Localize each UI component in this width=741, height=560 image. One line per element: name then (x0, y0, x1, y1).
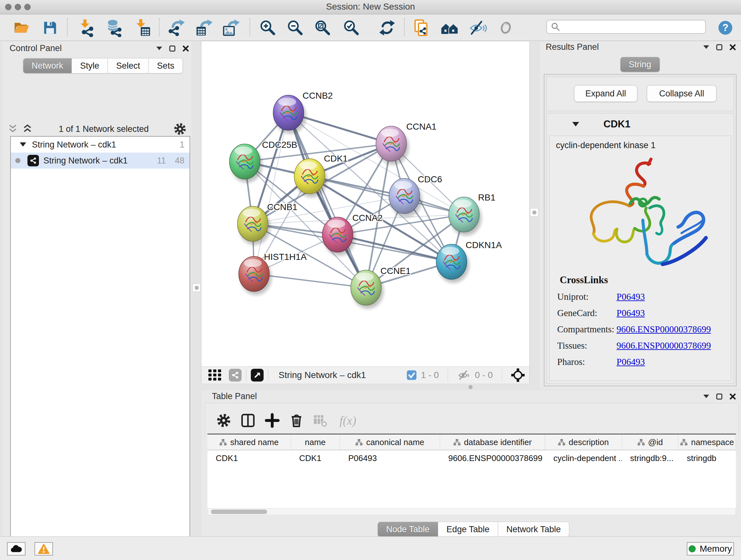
selected-counts: 1 - 0 (421, 370, 439, 380)
collapse-all-icon[interactable] (8, 124, 19, 134)
network-graph[interactable]: CCNB2CCNA1CDC25BCDK1CDC6RB1CCNB1CCNA2CDK… (201, 41, 529, 367)
panel-float-icon[interactable] (716, 44, 723, 51)
svg-text:RB1: RB1 (478, 192, 495, 202)
column-header[interactable]: namespace (678, 435, 736, 450)
zoom-in-icon[interactable] (258, 18, 278, 38)
svg-text:CCNB2: CCNB2 (302, 91, 333, 101)
export-image-icon[interactable] (221, 18, 241, 38)
clone-network-icon[interactable] (412, 18, 431, 38)
memory-button[interactable]: Memory (687, 542, 734, 556)
tab-string[interactable]: String (620, 57, 660, 72)
crosslinks-title: CrossLinks (560, 274, 731, 286)
zoom-selected-icon[interactable] (341, 18, 361, 38)
crosslink-link[interactable]: 9606.ENSP00000378699 (616, 340, 711, 351)
column-header[interactable]: description (545, 435, 622, 450)
show-columns-icon[interactable] (239, 411, 258, 430)
open-session-icon[interactable] (11, 18, 31, 38)
create-column-icon[interactable] (263, 411, 282, 430)
network-row[interactable]: String Network – cdk1 11 48 (11, 152, 190, 169)
search-input[interactable] (546, 20, 706, 34)
panel-close-icon[interactable] (730, 44, 736, 51)
tab-select[interactable]: Select (108, 58, 149, 73)
tab-network[interactable]: Network (23, 58, 72, 73)
gene-section-header[interactable]: CDK1 (547, 113, 734, 135)
save-session-icon[interactable] (40, 18, 60, 38)
control-panel: Control Panel Network Style Select Sets … (3, 42, 192, 536)
left-splitter-handle[interactable] (192, 284, 201, 292)
main-toolbar: ? (0, 14, 741, 41)
delete-column-icon[interactable] (287, 411, 306, 430)
crosslink-row: Pharos:P06493 (557, 357, 731, 367)
cloud-status-button[interactable] (7, 542, 25, 556)
panel-close-icon[interactable] (730, 393, 736, 400)
table-row[interactable]: CDK1CDK1P064939606.ENSP00000378699cyclin… (207, 450, 736, 466)
import-network-file-icon[interactable] (77, 18, 96, 38)
home-networks-icon[interactable] (440, 18, 460, 38)
panel-close-icon[interactable] (183, 45, 189, 52)
crosslink-label: Tissues: (557, 340, 616, 351)
table-settings-gear-icon[interactable] (214, 411, 233, 430)
toolbar-divider (404, 18, 405, 36)
memory-status-dot (689, 545, 696, 552)
selected-checkbox-icon[interactable] (407, 370, 416, 380)
open-view-icon[interactable] (251, 369, 264, 381)
network-share-view-icon[interactable] (229, 369, 242, 381)
netbar-divider (268, 369, 268, 381)
expand-all-icon[interactable] (22, 124, 34, 134)
collapse-all-button[interactable]: Collapse All (647, 85, 717, 102)
svg-text:?: ? (722, 22, 728, 33)
panel-menu-icon[interactable] (156, 47, 162, 51)
zoom-out-icon[interactable] (285, 18, 305, 38)
column-header[interactable]: @id (622, 435, 679, 450)
crosslink-link[interactable]: P06493 (616, 357, 645, 367)
delete-table-icon-disabled (311, 411, 330, 430)
column-header[interactable]: name (291, 435, 340, 450)
tab-edge-table[interactable]: Edge Table (438, 522, 498, 537)
tab-node-table[interactable]: Node Table (378, 522, 438, 537)
column-header[interactable]: canonical name (340, 435, 440, 450)
crosslink-link[interactable]: P06493 (616, 292, 645, 302)
gene-expander-icon[interactable] (572, 122, 579, 127)
import-table-icon[interactable] (133, 18, 152, 38)
refresh-layout-icon[interactable] (377, 18, 397, 38)
table-horizontal-scrollbar[interactable] (207, 508, 736, 515)
help-icon[interactable]: ? (716, 18, 735, 38)
tab-style[interactable]: Style (72, 58, 108, 73)
crosslink-link[interactable]: P06493 (616, 308, 645, 318)
bottom-splitter-handle[interactable] (468, 385, 473, 389)
table-cell: stringdb (678, 450, 736, 466)
column-header[interactable]: database identifier (440, 435, 545, 450)
right-splitter-handle[interactable] (530, 208, 538, 216)
tab-network-table[interactable]: Network Table (498, 522, 569, 537)
panel-menu-icon[interactable] (703, 45, 709, 49)
grid-view-icon[interactable] (208, 369, 224, 381)
control-panel-title: Control Panel (10, 44, 62, 53)
fit-content-crosshair-icon[interactable] (511, 368, 525, 382)
hide-labels-icon[interactable] (468, 18, 488, 38)
expand-all-button[interactable]: Expand All (574, 85, 637, 102)
scrollbar-thumb[interactable] (211, 509, 267, 514)
window-zoom-button[interactable] (24, 4, 30, 10)
table-cell: P06493 (340, 450, 440, 466)
zoom-fit-icon[interactable] (313, 18, 333, 38)
panel-float-icon[interactable] (169, 45, 176, 52)
hidden-eye-slash-icon[interactable] (457, 370, 470, 381)
tab-sets[interactable]: Sets (149, 58, 183, 73)
warnings-button[interactable] (35, 542, 53, 556)
window-minimize-button[interactable] (15, 4, 21, 10)
column-header[interactable]: shared name (207, 435, 291, 450)
network-collection-row[interactable]: String Network – cdk1 1 (11, 137, 190, 152)
export-table-icon[interactable] (194, 18, 214, 38)
network-canvas[interactable]: CCNB2CCNA1CDC25BCDK1CDC6RB1CCNB1CCNA2CDK… (201, 41, 530, 383)
collection-count: 1 (180, 140, 185, 150)
crosslink-row: GeneCard:P06493 (557, 308, 731, 318)
window-close-button[interactable] (5, 4, 11, 10)
import-network-database-icon[interactable] (104, 18, 124, 38)
collection-expander-icon[interactable] (20, 142, 26, 147)
panel-float-icon[interactable] (716, 393, 723, 400)
status-bar: Memory (0, 537, 741, 560)
network-options-gear-icon[interactable] (174, 123, 186, 135)
panel-menu-icon[interactable] (703, 395, 709, 398)
export-network-icon[interactable] (166, 18, 186, 38)
crosslink-link[interactable]: 9606.ENSP00000378699 (616, 324, 711, 334)
